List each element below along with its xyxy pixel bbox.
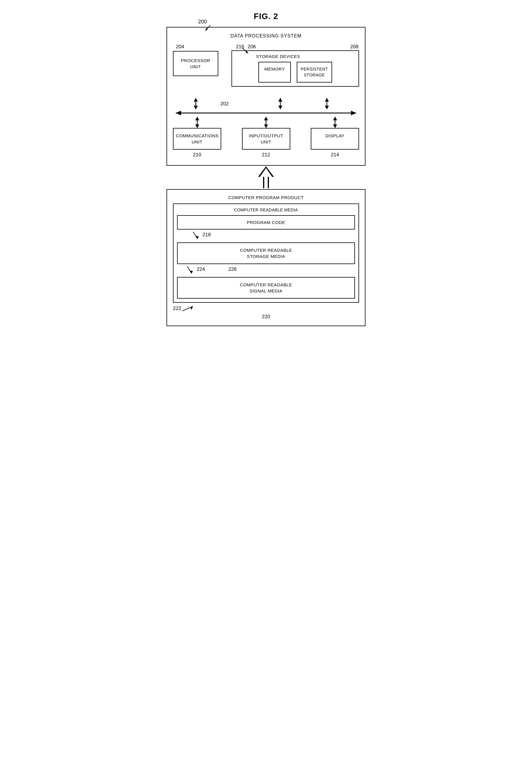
ref-212-label: 212 [242,152,290,158]
ref-206-label: 206 [248,44,256,50]
persistent-v-arrow [312,98,342,109]
program-code-box: PROGRAM CODE [177,215,355,229]
connecting-arrow [166,166,366,189]
ref-224-label: 224 [197,266,205,272]
bottom-boxes-row: COMMUNICATIONSUNIT INPUT/OUTPUTUNIT DISP… [173,128,359,150]
dps-label: DATA PROCESSING SYSTEM [173,33,359,39]
communications-unit-box: COMMUNICATIONSUNIT [173,128,221,150]
svg-marker-17 [195,117,199,120]
svg-line-31 [187,266,192,274]
memory-v-arrow [266,98,295,109]
svg-marker-14 [176,111,181,115]
svg-marker-6 [194,106,198,109]
svg-marker-24 [333,125,337,128]
svg-marker-5 [194,98,198,102]
svg-marker-12 [325,106,329,109]
display-v-arrow [311,117,359,128]
ref-210-label: 210 [173,152,221,158]
svg-marker-20 [264,117,268,120]
page: FIG. 2 200 DATA PROCESSING SYSTEM 204 21… [166,12,366,326]
svg-marker-21 [264,125,268,128]
crsm-box: COMPUTER READABLESTORAGE MEDIA [177,242,355,264]
ref-208-label: 208 [350,44,358,50]
svg-line-29 [193,232,197,239]
display-box: DISPLAY [311,128,359,150]
ref-222-label: 222 [173,306,181,312]
svg-marker-9 [278,106,282,109]
bus-to-bottom-arrows [173,117,359,128]
top-diagram: DATA PROCESSING SYSTEM 204 216 206 208 [166,27,366,166]
svg-rect-27 [264,177,268,188]
fig-title: FIG. 2 [166,12,366,21]
memory-box: MEMORY [258,62,291,82]
ref-200-label: 200 [198,19,207,25]
ref-202-label: 202 [220,101,229,107]
svg-marker-23 [333,117,337,120]
persistent-storage-box: PERSISTENTSTORAGE [297,62,332,82]
ref-218-area: 218 [177,232,355,240]
ref-224-226-area: 224 226 [177,266,355,275]
io-unit-box: INPUT/OUTPUTUNIT [242,128,290,150]
crm-label: COMPUTER READABLE MEDIA [177,208,355,212]
svg-marker-18 [195,125,199,128]
svg-marker-8 [278,98,282,102]
processor-v-arrow [173,98,218,109]
bottom-ref-labels: 210 212 214 [173,150,359,158]
ref-226-label: 226 [228,266,236,272]
comm-v-arrow [173,117,221,128]
cpp-label: COMPUTER PROGRAM PRODUCT [173,195,359,200]
ref-220-label: 220 [173,314,359,320]
bottom-diagram: COMPUTER PROGRAM PRODUCT COMPUTER READAB… [166,189,366,326]
svg-marker-11 [325,98,329,102]
bus-arrow [170,109,362,117]
ref-204-label: 204 [176,44,184,50]
io-v-arrow [242,117,290,128]
crm-outer-box: COMPUTER READABLE MEDIA PROGRAM CODE 218… [173,204,359,303]
svg-marker-15 [351,111,356,115]
ref-214-label: 214 [311,152,359,158]
ref-224-area: 224 [186,266,205,275]
storage-group-label: STORAGE DEVICES [236,54,355,59]
processor-unit-box: PROCESSOR UNIT [173,51,218,76]
crsignal-box: COMPUTER READABLESIGNAL MEDIA [177,277,355,298]
ref-218-label: 218 [202,232,211,238]
ref-222-area: 222 [173,305,359,312]
storage-group-box: STORAGE DEVICES MEMORY PERSISTENTSTORAGE [231,50,359,87]
